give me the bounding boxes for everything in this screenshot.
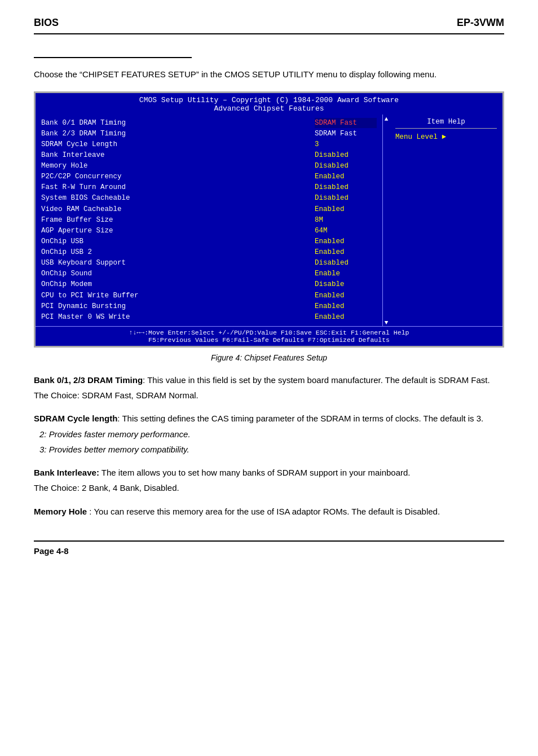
bios-row-value: Enabled — [315, 172, 377, 182]
scroll-up-icon: ▲ — [385, 116, 389, 122]
bios-help-panel: Item Help Menu Level ► — [390, 115, 502, 326]
bios-row: Frame Buffer Size8M — [41, 215, 377, 225]
bios-scrollbar: ▲ ▼ — [383, 115, 390, 326]
bios-row: System BIOS CacheableDisabled — [41, 193, 377, 203]
bios-row-value: Enabled — [315, 301, 377, 311]
bios-row-label: USB Keyboard Support — [41, 258, 315, 268]
term-bank-interleave: Bank Interleave: — [34, 468, 99, 477]
bios-row-label: CPU to PCI Write Buffer — [41, 291, 315, 301]
term-bank-dram: Bank 0/1, 2/3 DRAM Timing — [34, 375, 143, 385]
bios-row-label: System BIOS Cacheable — [41, 193, 315, 203]
section-bank-dram: Bank 0/1, 2/3 DRAM Timing: This value in… — [34, 373, 504, 402]
bios-row: Fast R-W Turn AroundDisabled — [41, 182, 377, 192]
term-sdram-cycle: SDRAM Cycle length — [34, 414, 117, 423]
bios-row-label: Video RAM Cacheable — [41, 204, 315, 214]
bios-row-label: SDRAM Cycle Length — [41, 139, 315, 150]
italic-line-1: 2: Provides faster memory performance. — [39, 428, 504, 441]
bios-row: OnChip USB 2Enabled — [41, 247, 377, 257]
bios-row: P2C/C2P ConcurrencyEnabled — [41, 172, 377, 182]
bios-footer-line2: F5:Previous Values F6:Fail-Safe Defaults… — [39, 336, 499, 344]
bios-row-label: AGP Aperture Size — [41, 226, 315, 236]
bios-footer: ↑↓↔→:Move Enter:Select +/-/PU/PD:Value F… — [36, 326, 502, 346]
bios-row-label: Frame Buffer Size — [41, 215, 315, 225]
bios-title-bar: CMOS Setup Utility – Copyright (C) 1984-… — [36, 93, 502, 115]
bios-footer-line1: ↑↓↔→:Move Enter:Select +/-/PU/PD:Value F… — [39, 329, 499, 336]
bios-row-label: PCI Dynamic Bursting — [41, 301, 315, 311]
section-divider — [34, 57, 192, 58]
bios-row-label: OnChip Modem — [41, 279, 315, 289]
bios-row-label: PCI Master 0 WS Write — [41, 312, 315, 322]
bios-row: Bank 2/3 DRAM TimingSDRAM Fast — [41, 129, 377, 139]
bios-row-label: OnChip USB — [41, 236, 315, 247]
bios-row-label: Bank Interleave — [41, 150, 315, 160]
bios-row-value: Enable — [315, 269, 377, 279]
bios-row-value: 3 — [315, 139, 377, 150]
bios-row-value: Enabled — [315, 236, 377, 247]
bios-row-value: Enabled — [315, 247, 377, 257]
item-help-title: Item Help — [395, 118, 497, 129]
bios-content-area: Bank 0/1 DRAM TimingSDRAM FastBank 2/3 D… — [36, 115, 502, 326]
choice-bank-interleave: The Choice: 2 Bank, 4 Bank, Disabled. — [34, 481, 504, 494]
bios-screenshot: CMOS Setup Utility – Copyright (C) 1984-… — [34, 91, 504, 348]
bios-row: PCI Master 0 WS WriteEnabled — [41, 312, 377, 322]
bios-row: Memory HoleDisabled — [41, 161, 377, 171]
italic-line-2: 3: Provides better memory compatibility. — [39, 443, 504, 456]
bios-row-label: Bank 0/1 DRAM Timing — [41, 118, 315, 128]
bios-row-value: 64M — [315, 226, 377, 236]
page-footer: Page 4-8 — [34, 540, 504, 556]
figure-caption: Figure 4: Chipset Features Setup — [34, 353, 504, 362]
bios-row-value: Disabled — [315, 258, 377, 268]
bios-row: OnChip ModemDisable — [41, 279, 377, 289]
bios-row-value: Enabled — [315, 204, 377, 214]
bios-row: SDRAM Cycle Length3 — [41, 139, 377, 150]
bios-settings-panel: Bank 0/1 DRAM TimingSDRAM FastBank 2/3 D… — [36, 115, 383, 326]
bios-row-value: Disabled — [315, 193, 377, 203]
section-memory-hole: Memory Hole : You can reserve this memor… — [34, 505, 504, 518]
section-bank-interleave: Bank Interleave: The item allows you to … — [34, 466, 504, 495]
page-header: BIOS EP-3VWM — [34, 17, 504, 34]
bios-row-value: Disabled — [315, 182, 377, 192]
term-memory-hole: Memory Hole — [34, 507, 87, 516]
bios-row-label: Fast R-W Turn Around — [41, 182, 315, 192]
bios-row: OnChip USBEnabled — [41, 236, 377, 247]
bios-row-value: Disabled — [315, 161, 377, 171]
bios-row-value: Enabled — [315, 312, 377, 322]
bios-row: CPU to PCI Write BufferEnabled — [41, 291, 377, 301]
choice-bank-dram: The Choice: SDRAM Fast, SDRAM Normal. — [34, 389, 504, 402]
bios-row: Bank InterleaveDisabled — [41, 150, 377, 160]
bios-title-line2: Advanced Chipset Features — [36, 104, 502, 113]
bios-row-label: P2C/C2P Concurrency — [41, 172, 315, 182]
bios-main-panel: Bank 0/1 DRAM TimingSDRAM FastBank 2/3 D… — [36, 115, 390, 326]
bios-title: BIOS — [34, 17, 59, 29]
bios-row-value: 8M — [315, 215, 377, 225]
bios-row: Video RAM CacheableEnabled — [41, 204, 377, 214]
model-title: EP-3VWM — [457, 17, 504, 29]
bios-row: Bank 0/1 DRAM TimingSDRAM Fast — [41, 118, 377, 128]
bios-title-line1: CMOS Setup Utility – Copyright (C) 1984-… — [36, 96, 502, 104]
bios-row-value: Disabled — [315, 150, 377, 160]
bios-row-value: SDRAM Fast — [315, 129, 377, 139]
bios-row-label: OnChip Sound — [41, 269, 315, 279]
bios-row-value: Enabled — [315, 291, 377, 301]
intro-paragraph: Choose the “CHIPSET FEATURES SETUP” in t… — [34, 68, 504, 81]
bios-row-label: OnChip USB 2 — [41, 247, 315, 257]
page-number: Page 4-8 — [34, 546, 69, 556]
bios-row: AGP Aperture Size64M — [41, 226, 377, 236]
bios-row-label: Memory Hole — [41, 161, 315, 171]
bios-row: USB Keyboard SupportDisabled — [41, 258, 377, 268]
bios-row: PCI Dynamic BurstingEnabled — [41, 301, 377, 311]
bios-row-value: SDRAM Fast — [315, 118, 377, 128]
scroll-down-icon: ▼ — [385, 319, 389, 326]
section-sdram-cycle: SDRAM Cycle length: This setting defines… — [34, 412, 504, 456]
bios-row: OnChip SoundEnable — [41, 269, 377, 279]
menu-level-text: Menu Level ► — [395, 133, 497, 141]
bios-row-value: Disable — [315, 279, 377, 289]
bios-row-label: Bank 2/3 DRAM Timing — [41, 129, 315, 139]
